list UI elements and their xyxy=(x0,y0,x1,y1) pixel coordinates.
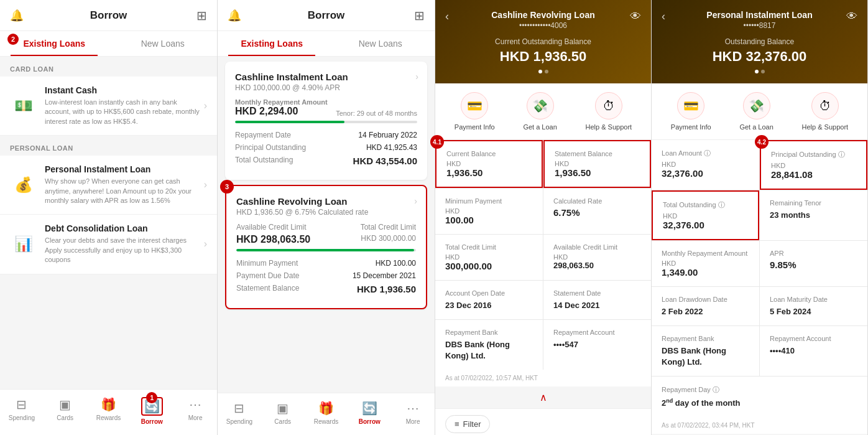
badge-42: 4.2 xyxy=(755,135,769,149)
panel4-info-section: Loan Amount ⓘ HKD 32,376.00 4.2 Principa… xyxy=(652,140,867,417)
payment-info-btn[interactable]: 💳 Payment Info xyxy=(455,92,495,131)
cashline-instalment-progress: Monthly Repayment Amount HKD 2,294.00 Te… xyxy=(235,98,417,123)
panel1-bottom-nav: ⊟ Spending ▣ Cards 🎁 Rewards 🔄 1 Borrow … xyxy=(0,389,217,435)
min-payment-row: Minimum Payment HKD 100.00 xyxy=(236,259,416,268)
personal-instalment-icon: 💰 xyxy=(10,171,37,199)
panel2-bottom-nav: ⊟ Spending ▣ Cards 🎁 Rewards 🔄 Borrow ⋯ … xyxy=(218,393,435,435)
tab-new-loans-2[interactable]: New Loans xyxy=(326,31,435,56)
cashline-instalment-card[interactable]: › Cashline Instalment Loan HKD 100,000.0… xyxy=(225,62,427,180)
debt-consolidation-item[interactable]: 📊 Debt Consolidation Loan Clear your deb… xyxy=(0,215,217,274)
nav-rewards-2[interactable]: 🎁 Rewards xyxy=(305,398,348,428)
card-dots-3 xyxy=(445,70,641,73)
panel1-header: 🔔 Borrow ⊞ xyxy=(0,0,217,31)
panel3-info-section: 4.1 Current Balance HKD 1,936.50 Stateme… xyxy=(435,140,651,370)
eye-icon-3[interactable]: 👁 xyxy=(630,10,641,23)
tab-existing-loans-2[interactable]: Existing Loans xyxy=(218,31,326,56)
panel-loan-list: 🔔 Borrow ⊞ Existing Loans New Loans › Ca… xyxy=(218,0,435,435)
total-outstanding-cell-4: Total Outstanding ⓘ HKD 32,376.00 xyxy=(652,190,759,240)
tab-new-loans-1[interactable]: New Loans xyxy=(109,31,218,56)
grid-icon[interactable]: ⊞ xyxy=(196,8,207,23)
panel3-info-grid: Current Balance HKD 1,936.50 Statement B… xyxy=(435,140,651,370)
panel2-title: Borrow xyxy=(308,9,345,22)
cashline-revolving-card[interactable]: › Cashline Revolving Loan HKD 1,936.50 @… xyxy=(225,185,427,309)
instant-cash-item[interactable]: 💵 Instant Cash Low-interest loan instant… xyxy=(0,77,217,136)
revolving-balance-label: Current Outstanding Balance xyxy=(445,37,641,46)
account-open-cell: Account Open Date 23 Dec 2016 xyxy=(435,281,543,319)
get-loan-btn[interactable]: 💸 Get a Loan xyxy=(523,92,556,131)
timestamp-3: As at 07/02/2022, 10:57 AM, HKT xyxy=(435,370,651,386)
badge-3: 3 xyxy=(220,180,234,194)
revolving-arrow: › xyxy=(414,196,417,206)
revolving-card-account: ••••••••••••4006 xyxy=(445,21,641,30)
principal-outstanding-wrap: 4.2 Principal Outstanding ⓘ HKD 28,841.0… xyxy=(760,140,867,190)
scroll-up-3[interactable]: ∧ xyxy=(435,386,651,408)
filter-button-3[interactable]: ≡ Filter xyxy=(445,415,490,433)
panel2-content: › Cashline Instalment Loan HKD 100,000.0… xyxy=(218,57,435,393)
instant-cash-icon: 💵 xyxy=(10,92,37,119)
debt-consolidation-desc: Clear your debts and save the interest c… xyxy=(45,236,204,264)
monthly-repayment-cell-4: Monthly Repayment Amount HKD 1,349.00 xyxy=(652,241,759,286)
principal-row: Principal Outstanding HKD 41,925.43 xyxy=(235,143,417,152)
loan-amount-cell: Loan Amount ⓘ HKD 32,376.00 xyxy=(652,140,759,190)
revolving-balance: HKD 1,936.50 xyxy=(445,49,641,65)
panel4-info-grid: Loan Amount ⓘ HKD 32,376.00 4.2 Principa… xyxy=(652,140,867,417)
back-icon-3[interactable]: ‹ xyxy=(445,10,449,23)
principal-outstanding-cell: Principal Outstanding ⓘ HKD 28,841.08 xyxy=(760,140,867,190)
nav-cards-2[interactable]: ▣ Cards xyxy=(261,398,305,428)
revolving-card-title: Cashline Revolving Loan xyxy=(445,10,641,20)
bell-icon[interactable]: 🔔 xyxy=(10,9,24,22)
statement-balance-cell: Statement Balance HKD 1,936.50 xyxy=(543,140,651,188)
nav-rewards-1[interactable]: 🎁 Rewards xyxy=(87,395,131,428)
instant-cash-arrow: › xyxy=(204,100,207,111)
cashline-instalment-title: Cashline Instalment Loan xyxy=(235,72,417,82)
repayment-account-cell-4: Repayment Account ••••410 xyxy=(760,326,867,376)
nav-borrow-1[interactable]: 🔄 1 Borrow xyxy=(130,395,173,428)
avail-credit-cell: Available Credit Limit HKD 298,063.50 xyxy=(543,235,651,280)
back-icon-4[interactable]: ‹ xyxy=(662,10,665,23)
panel-existing-loans: 🔔 Borrow ⊞ 2 Existing Loans New Loans CA… xyxy=(0,0,218,435)
personal-balance-label: Outstanding Balance xyxy=(662,37,857,46)
panel1-tabs: 2 Existing Loans New Loans xyxy=(0,31,217,57)
current-balance-cell: Current Balance HKD 1,936.50 xyxy=(435,140,543,188)
repayment-bank-cell-3: Repayment Bank DBS Bank (Hong Kong) Ltd. xyxy=(435,320,543,370)
cashline-instalment-arrow: › xyxy=(415,72,418,82)
tab-existing-loans-1[interactable]: 2 Existing Loans xyxy=(0,31,109,56)
help-support-icon-4: ⏱ xyxy=(811,92,839,119)
panel3-action-row: 💳 Payment Info 💸 Get a Loan ⏱ Help & Sup… xyxy=(435,83,651,140)
badge-41: 4.1 xyxy=(430,135,444,149)
personal-card-account: ••••••8817 xyxy=(662,21,857,30)
revolving-title: Cashline Revolving Loan xyxy=(236,196,416,207)
get-loan-btn-4[interactable]: 💸 Get a Loan xyxy=(739,92,773,131)
statement-balance-label: Statement Balance xyxy=(555,150,640,157)
card-dots-4 xyxy=(662,70,857,73)
instant-cash-desc: Low-interest loan instantly cash in any … xyxy=(45,98,204,126)
nav-borrow-2[interactable]: 🔄 Borrow xyxy=(348,398,391,428)
personal-card-title: Personal Instalment Loan xyxy=(662,10,857,20)
help-support-btn[interactable]: ⏱ Help & Support xyxy=(586,92,632,131)
personal-balance: HKD 32,376.00 xyxy=(662,49,857,65)
payment-info-btn-4[interactable]: 💳 Payment Info xyxy=(671,92,711,131)
payment-info-icon: 💳 xyxy=(461,92,488,119)
min-payment-cell: Minimum Payment HKD 100.00 xyxy=(435,189,543,234)
payment-info-icon-4: 💳 xyxy=(677,92,704,119)
bell-icon-2[interactable]: 🔔 xyxy=(228,9,241,22)
filter-bar-3: ≡ Filter xyxy=(435,408,651,435)
revolving-progress-bar xyxy=(236,249,416,251)
personal-instalment-title: Personal Instalment Loan xyxy=(45,164,204,174)
total-credit-cell: Total Credit Limit HKD 300,000.00 xyxy=(435,235,543,280)
nav-spending-1[interactable]: ⊟ Spending xyxy=(0,395,44,428)
personal-instalment-item[interactable]: 💰 Personal Instalment Loan Why show up? … xyxy=(0,156,217,215)
repayment-date-row: Repayment Date 14 February 2022 xyxy=(235,131,417,139)
nav-spending-2[interactable]: ⊟ Spending xyxy=(218,398,261,428)
get-loan-icon-4: 💸 xyxy=(743,92,770,119)
help-support-btn-4[interactable]: ⏱ Help & Support xyxy=(802,92,849,131)
nav-more-2[interactable]: ⋯ More xyxy=(391,398,435,428)
drawdown-date-cell: Loan Drawdown Date 2 Feb 2022 xyxy=(652,287,759,325)
tenor-label: Tenor: 29 out of 48 months xyxy=(336,110,417,117)
nav-cards-1[interactable]: ▣ Cards xyxy=(44,395,87,428)
debt-consolidation-icon: 📊 xyxy=(10,230,37,258)
eye-icon-4[interactable]: 👁 xyxy=(846,10,857,23)
grid-icon-2[interactable]: ⊞ xyxy=(414,8,425,23)
get-loan-icon: 💸 xyxy=(527,92,554,119)
nav-more-1[interactable]: ⋯ More xyxy=(173,395,217,428)
